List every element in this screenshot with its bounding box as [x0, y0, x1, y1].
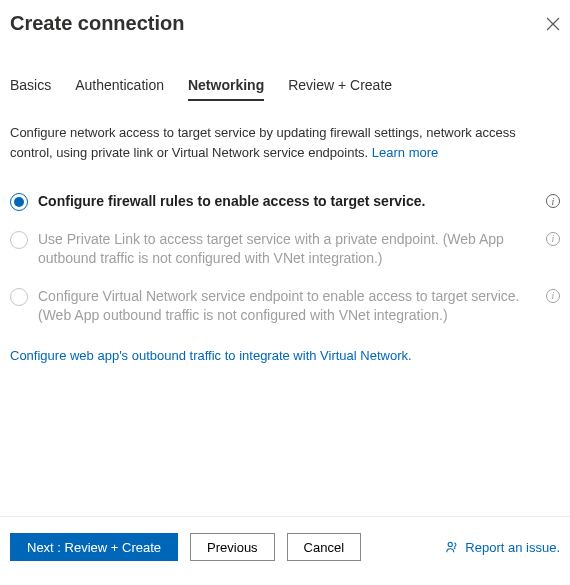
option-firewall[interactable]: Configure firewall rules to enable acces…	[10, 192, 560, 212]
svg-point-2	[448, 542, 452, 546]
option-vnet-endpoint-label: Configure Virtual Network service endpoi…	[38, 287, 534, 326]
option-private-link: Use Private Link to access target servic…	[10, 230, 560, 269]
panel-title: Create connection	[10, 12, 184, 35]
cancel-button[interactable]: Cancel	[287, 533, 361, 561]
feedback-person-icon	[445, 540, 459, 554]
tab-networking[interactable]: Networking	[188, 71, 264, 101]
configure-outbound-link[interactable]: Configure web app's outbound traffic to …	[10, 348, 560, 363]
option-firewall-label: Configure firewall rules to enable acces…	[38, 192, 534, 212]
footer-bar: Next : Review + Create Previous Cancel R…	[0, 516, 570, 585]
tab-review-create[interactable]: Review + Create	[288, 71, 392, 101]
description-text: Configure network access to target servi…	[10, 123, 560, 162]
radio-vnet-endpoint	[10, 288, 28, 306]
report-issue-label: Report an issue.	[465, 540, 560, 555]
description-body: Configure network access to target servi…	[10, 125, 516, 160]
tab-authentication[interactable]: Authentication	[75, 71, 164, 101]
option-vnet-endpoint: Configure Virtual Network service endpoi…	[10, 287, 560, 326]
svg-point-3	[455, 548, 456, 549]
info-icon[interactable]: i	[546, 289, 560, 303]
learn-more-link[interactable]: Learn more	[372, 145, 438, 160]
radio-private-link	[10, 231, 28, 249]
report-issue-link[interactable]: Report an issue.	[445, 540, 560, 555]
tab-basics[interactable]: Basics	[10, 71, 51, 101]
radio-firewall[interactable]	[10, 193, 28, 211]
option-private-link-label: Use Private Link to access target servic…	[38, 230, 534, 269]
previous-button[interactable]: Previous	[190, 533, 275, 561]
tab-bar: Basics Authentication Networking Review …	[10, 71, 560, 101]
next-review-create-button[interactable]: Next : Review + Create	[10, 533, 178, 561]
info-icon[interactable]: i	[546, 232, 560, 246]
networking-options: Configure firewall rules to enable acces…	[10, 192, 560, 326]
info-icon[interactable]: i	[546, 194, 560, 208]
close-icon[interactable]	[546, 17, 560, 31]
